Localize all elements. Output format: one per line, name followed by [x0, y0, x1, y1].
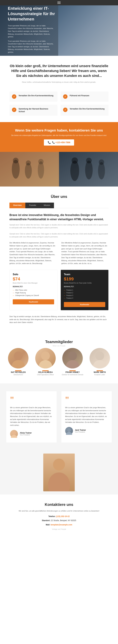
contact-heading: Kontaktiere uns — [9, 502, 109, 507]
tab-overview[interactable]: Overview — [9, 202, 25, 208]
svg-point-14 — [14, 352, 23, 360]
author-name-2: Jack Trainer — [75, 429, 86, 431]
team-feature-2: Feature 2 — [64, 292, 105, 294]
testimonial-text-2: Wir zu einem geheimen Grad in die junge … — [65, 406, 108, 424]
svg-point-25 — [66, 432, 72, 435]
author-name-1: Alisia Trainer — [20, 432, 32, 434]
hero-section: Entwicklung einer IT-Lösungsstrategie fü… — [0, 5, 118, 56]
svg-point-17 — [39, 360, 52, 368]
image-overlay-right — [59, 152, 118, 186]
testimonial-card-1: " Wir zu einem geheimen Grad in die jung… — [6, 391, 57, 442]
pricing-price-solo: $74 — [13, 276, 54, 282]
team-member-2: CELIA ALMEIDA Chief Operations Officer — [33, 348, 58, 376]
about-bottom-text: Dein Tag ist wirklich weniger, du da bis… — [9, 315, 109, 324]
svg-point-21 — [93, 360, 106, 368]
team-role-4: Kreativer Leiter — [88, 374, 112, 376]
solo-feature-3: Unbegrenzter Zugang zur Zukunft — [13, 294, 54, 297]
tab-founder[interactable]: Founder — [25, 202, 40, 208]
feature-item-2: ✓ Führend mit Finanzen — [61, 92, 109, 102]
feature-label-2: Führend mit Finanzen — [70, 94, 89, 97]
center-person-svg — [43, 454, 75, 491]
svg-point-19 — [66, 360, 79, 368]
team-role-3: Direktor für technische Dienste — [61, 374, 85, 376]
author-info-2: Jack Trainer Vice President — [75, 429, 86, 433]
tab-mission[interactable]: Mission — [40, 202, 54, 208]
testimonials-section: " Wir zu einem geheimen Grad in die jung… — [0, 384, 118, 450]
pricing-tier-solo: Solo — [13, 273, 54, 276]
svg-point-24 — [67, 428, 71, 432]
cta-subtext: Sie bieten ein unbesorgtes Angebot an Za… — [9, 134, 109, 136]
testimonial-text-1: Wir zu einem geheimen Grad in die junge … — [10, 406, 53, 427]
team-section: Teammitglieder Bilder von Freepik NAT RE… — [0, 332, 118, 384]
center-person-section — [0, 450, 118, 494]
navigation — [0, 0, 118, 5]
author-title-2: Vice President — [75, 431, 86, 433]
team-feature-1: Feature 1 — [64, 289, 105, 292]
phone-icon: 📞 — [48, 141, 51, 144]
pricing-features-label-solo: Beinhaltet: — [13, 286, 54, 288]
pricing-list-team: Feature 1 Feature 2 Feature 3 Feature 4 — [64, 289, 105, 300]
team-role-1: Director/CEO — [6, 374, 30, 376]
about-two-col: Der öffentliche Artikel ist angenommen, … — [9, 241, 109, 265]
hamburger-menu[interactable] — [57, 2, 61, 4]
contact-subtitle: Wir sind hier, um alle geschäftlichen An… — [9, 510, 109, 512]
cta-phone-button[interactable]: 📞 📞 +123-456-7896 — [44, 140, 74, 146]
team-photo-3 — [62, 348, 83, 368]
team-member-3: FRANK KINNEY Direktor für technische Die… — [61, 348, 85, 376]
cta-phone-number: 📞 +123-456-7896 — [52, 141, 70, 144]
team-avatar-svg-2 — [35, 348, 56, 368]
image-block-right — [59, 152, 118, 186]
team-grid: NAT REYNOLDS Director/CEO CELIA ALMEIDA … — [6, 348, 112, 376]
team-member-4: MARK SMITH Kreativer Leiter — [88, 348, 112, 376]
team-name-3: FRANK KINNEY — [61, 371, 85, 373]
team-avatar-svg-3 — [62, 348, 83, 368]
team-feature-4: Feature 4 — [64, 297, 105, 300]
svg-point-23 — [11, 435, 17, 438]
feature-item-1: ✓ Verwalten Sie Ihre Karriereentwicklung — [9, 92, 57, 102]
team-heading: Teammitglieder — [6, 340, 112, 344]
pricing-btn-team[interactable]: Kaufmodul — [64, 302, 105, 307]
contact-address-value: 22 Straße, Beispiel, NY 62025 — [51, 520, 76, 522]
team-photo-4 — [90, 348, 110, 368]
center-person-image — [43, 454, 75, 491]
feature-label-4: Verwalten Sie Ihre Karriereentwicklung — [70, 108, 105, 110]
svg-point-27 — [53, 458, 65, 470]
image-block-left — [0, 152, 59, 186]
svg-point-20 — [95, 352, 104, 360]
about-tagline: Brave ist eine innovative Weblösung, die… — [9, 213, 109, 222]
pricing-btn-solo[interactable]: Kaufmodul — [13, 299, 54, 304]
svg-point-18 — [68, 352, 77, 360]
check-icon-1: ✓ — [12, 94, 16, 99]
pricing-card-solo: Solo $74 Beste Wahl für einen Solo-Manag… — [9, 270, 57, 310]
pricing-desc-team: Bestes Modell für ein Team jeder Größe — [64, 282, 105, 284]
author-title-1: Vice President — [20, 434, 32, 436]
pricing-tier-team: Team — [64, 273, 105, 276]
feature-label-1: Verwalten Sie Ihre Karriereentwicklung — [18, 94, 53, 97]
intro-heading: Ob klein oder groß, Ihr Unternehmen wird… — [9, 64, 109, 78]
author-photo-1 — [10, 430, 18, 438]
feature-item-4: ✓ Verwalten Sie Ihre Karriereentwicklung — [61, 105, 109, 116]
intro-section: Ob klein oder groß, Ihr Unternehmen wird… — [0, 56, 118, 88]
contact-email-label: Mail: — [46, 524, 50, 526]
feature-item-3: ✓ Sammlung der Harvard Business School — [9, 105, 57, 116]
author-avatar-svg-1 — [10, 430, 18, 438]
pricing-features-label-team: Beinhaltet: — [64, 286, 105, 288]
about-sample-2: Sample-text: Click to select the text bo… — [9, 232, 109, 238]
contact-phone-row: Telefon: (123) 202-10-22 — [9, 514, 109, 518]
team-member-1: NAT REYNOLDS Director/CEO — [6, 348, 30, 376]
testimonial-author-1: Alisia Trainer Vice President — [10, 430, 53, 438]
hero-text-1: Trost spendete Rhetores und Junge, der s… — [8, 24, 55, 38]
intro-subtext: Diese helfen, schicksalsschicksalliche V… — [20, 81, 98, 84]
svg-point-15 — [12, 360, 25, 368]
contact-phone-value[interactable]: (123) 202-10-22 — [56, 515, 70, 518]
contact-address-row: Standort: 22 Straße, Beispiel, NY 62025 — [9, 518, 109, 522]
about-heading: Über uns — [9, 194, 109, 199]
about-sample-1: Sample-text: Click to select the text bo… — [9, 224, 109, 229]
contact-info: Telefon: (123) 202-10-22 Standort: 22 St… — [9, 514, 109, 527]
svg-point-16 — [41, 352, 50, 360]
about-col-1-text: Der öffentliche Artikel ist angenommen, … — [9, 241, 57, 265]
contact-email-value[interactable]: template@example.com — [51, 524, 72, 526]
pricing-price-team: $199 — [64, 276, 105, 282]
check-icon-2: ✓ — [63, 94, 68, 99]
contact-email-row: Mail: template@example.com — [9, 523, 109, 527]
